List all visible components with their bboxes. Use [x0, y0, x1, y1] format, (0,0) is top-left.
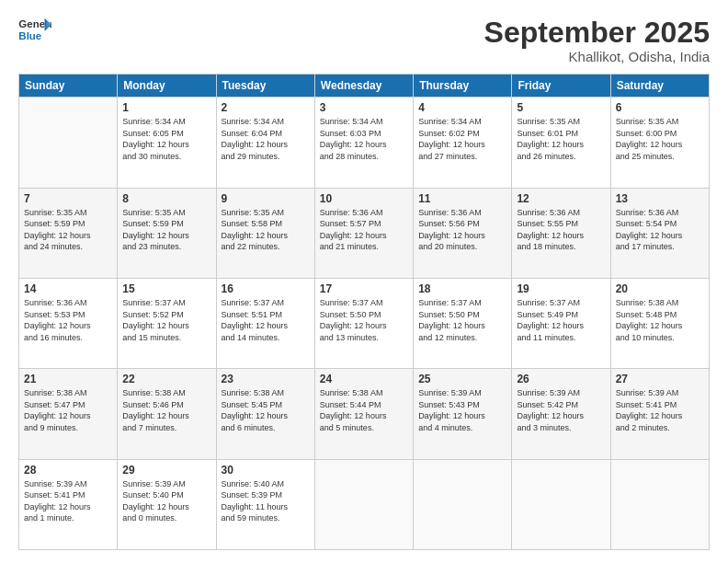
day-cell: 15Sunrise: 5:37 AM Sunset: 5:52 PM Dayli…: [118, 278, 216, 368]
day-cell: 6Sunrise: 5:35 AM Sunset: 6:00 PM Daylig…: [610, 98, 709, 188]
day-number: 5: [517, 101, 605, 114]
day-info: Sunrise: 5:37 AM Sunset: 5:50 PM Dayligh…: [320, 297, 408, 343]
day-cell: 3Sunrise: 5:34 AM Sunset: 6:03 PM Daylig…: [314, 98, 413, 188]
day-cell: [610, 459, 709, 549]
day-number: 21: [24, 373, 112, 385]
page: General Blue September 2025 Khallikot, O…: [0, 0, 728, 563]
day-number: 7: [24, 192, 112, 205]
day-info: Sunrise: 5:35 AM Sunset: 5:59 PM Dayligh…: [122, 207, 210, 253]
day-info: Sunrise: 5:34 AM Sunset: 6:05 PM Dayligh…: [122, 116, 210, 162]
header: General Blue September 2025 Khallikot, O…: [18, 17, 710, 64]
day-info: Sunrise: 5:37 AM Sunset: 5:50 PM Dayligh…: [418, 297, 506, 343]
day-number: 3: [320, 101, 408, 114]
day-cell: 19Sunrise: 5:37 AM Sunset: 5:49 PM Dayli…: [512, 278, 610, 368]
week-row-3: 14Sunrise: 5:36 AM Sunset: 5:53 PM Dayli…: [19, 278, 710, 368]
day-number: 11: [418, 192, 506, 205]
day-info: Sunrise: 5:40 AM Sunset: 5:39 PM Dayligh…: [222, 478, 310, 524]
day-info: Sunrise: 5:38 AM Sunset: 5:46 PM Dayligh…: [122, 387, 210, 433]
day-cell: 25Sunrise: 5:39 AM Sunset: 5:43 PM Dayli…: [414, 369, 512, 459]
week-row-5: 28Sunrise: 5:39 AM Sunset: 5:41 PM Dayli…: [19, 459, 710, 549]
day-cell: 10Sunrise: 5:36 AM Sunset: 5:57 PM Dayli…: [314, 188, 413, 278]
day-number: 24: [320, 373, 408, 385]
day-number: 9: [222, 192, 310, 205]
day-number: 6: [616, 101, 704, 114]
day-number: 13: [616, 192, 704, 205]
day-info: Sunrise: 5:39 AM Sunset: 5:41 PM Dayligh…: [616, 387, 704, 433]
day-info: Sunrise: 5:38 AM Sunset: 5:47 PM Dayligh…: [24, 387, 112, 433]
day-cell: [512, 459, 610, 549]
day-number: 4: [418, 101, 506, 114]
day-number: 27: [616, 373, 704, 385]
day-number: 19: [517, 282, 605, 295]
day-cell: 14Sunrise: 5:36 AM Sunset: 5:53 PM Dayli…: [19, 278, 118, 368]
day-number: 12: [517, 192, 605, 205]
day-cell: 17Sunrise: 5:37 AM Sunset: 5:50 PM Dayli…: [314, 278, 413, 368]
day-info: Sunrise: 5:39 AM Sunset: 5:42 PM Dayligh…: [517, 387, 605, 433]
day-number: 28: [24, 464, 112, 477]
day-cell: 9Sunrise: 5:35 AM Sunset: 5:58 PM Daylig…: [216, 188, 314, 278]
day-info: Sunrise: 5:39 AM Sunset: 5:41 PM Dayligh…: [24, 478, 112, 524]
week-row-1: 1Sunrise: 5:34 AM Sunset: 6:05 PM Daylig…: [19, 98, 710, 188]
day-info: Sunrise: 5:36 AM Sunset: 5:54 PM Dayligh…: [616, 207, 704, 253]
day-number: 20: [616, 282, 704, 295]
day-cell: 1Sunrise: 5:34 AM Sunset: 6:05 PM Daylig…: [118, 98, 216, 188]
col-header-sunday: Sunday: [19, 75, 118, 98]
day-number: 14: [24, 282, 112, 295]
logo-icon: General Blue: [18, 17, 51, 44]
day-cell: 23Sunrise: 5:38 AM Sunset: 5:45 PM Dayli…: [216, 369, 314, 459]
subtitle: Khallikot, Odisha, India: [484, 49, 710, 64]
day-info: Sunrise: 5:36 AM Sunset: 5:57 PM Dayligh…: [320, 207, 408, 253]
day-cell: 4Sunrise: 5:34 AM Sunset: 6:02 PM Daylig…: [414, 98, 512, 188]
day-cell: 30Sunrise: 5:40 AM Sunset: 5:39 PM Dayli…: [216, 459, 314, 549]
day-cell: 7Sunrise: 5:35 AM Sunset: 5:59 PM Daylig…: [19, 188, 118, 278]
day-number: 1: [122, 101, 210, 114]
col-header-friday: Friday: [512, 75, 610, 98]
col-header-saturday: Saturday: [610, 75, 709, 98]
day-cell: 21Sunrise: 5:38 AM Sunset: 5:47 PM Dayli…: [19, 369, 118, 459]
day-number: 30: [222, 464, 310, 477]
day-info: Sunrise: 5:34 AM Sunset: 6:03 PM Dayligh…: [320, 116, 408, 162]
day-info: Sunrise: 5:38 AM Sunset: 5:48 PM Dayligh…: [616, 297, 704, 343]
logo: General Blue: [18, 17, 51, 44]
day-cell: 22Sunrise: 5:38 AM Sunset: 5:46 PM Dayli…: [118, 369, 216, 459]
svg-text:Blue: Blue: [18, 30, 41, 41]
day-number: 17: [320, 282, 408, 295]
title-block: September 2025 Khallikot, Odisha, India: [484, 17, 710, 64]
day-number: 25: [418, 373, 506, 385]
day-number: 10: [320, 192, 408, 205]
day-cell: 11Sunrise: 5:36 AM Sunset: 5:56 PM Dayli…: [414, 188, 512, 278]
month-title: September 2025: [484, 17, 710, 49]
day-number: 16: [222, 282, 310, 295]
calendar-table: SundayMondayTuesdayWednesdayThursdayFrid…: [18, 74, 710, 550]
day-info: Sunrise: 5:35 AM Sunset: 6:01 PM Dayligh…: [517, 116, 605, 162]
day-cell: 2Sunrise: 5:34 AM Sunset: 6:04 PM Daylig…: [216, 98, 314, 188]
day-info: Sunrise: 5:34 AM Sunset: 6:04 PM Dayligh…: [222, 116, 310, 162]
day-info: Sunrise: 5:38 AM Sunset: 5:44 PM Dayligh…: [320, 387, 408, 433]
day-cell: 16Sunrise: 5:37 AM Sunset: 5:51 PM Dayli…: [216, 278, 314, 368]
col-header-monday: Monday: [118, 75, 216, 98]
day-cell: 28Sunrise: 5:39 AM Sunset: 5:41 PM Dayli…: [19, 459, 118, 549]
day-cell: 20Sunrise: 5:38 AM Sunset: 5:48 PM Dayli…: [610, 278, 709, 368]
col-header-wednesday: Wednesday: [314, 75, 413, 98]
day-number: 23: [222, 373, 310, 385]
day-info: Sunrise: 5:39 AM Sunset: 5:40 PM Dayligh…: [122, 478, 210, 524]
day-number: 15: [122, 282, 210, 295]
day-number: 29: [122, 464, 210, 477]
col-header-tuesday: Tuesday: [216, 75, 314, 98]
week-row-4: 21Sunrise: 5:38 AM Sunset: 5:47 PM Dayli…: [19, 369, 710, 459]
day-cell: 8Sunrise: 5:35 AM Sunset: 5:59 PM Daylig…: [118, 188, 216, 278]
day-cell: 24Sunrise: 5:38 AM Sunset: 5:44 PM Dayli…: [314, 369, 413, 459]
day-number: 18: [418, 282, 506, 295]
day-number: 26: [517, 373, 605, 385]
day-cell: 13Sunrise: 5:36 AM Sunset: 5:54 PM Dayli…: [610, 188, 709, 278]
day-cell: 5Sunrise: 5:35 AM Sunset: 6:01 PM Daylig…: [512, 98, 610, 188]
day-info: Sunrise: 5:35 AM Sunset: 5:58 PM Dayligh…: [222, 207, 310, 253]
day-info: Sunrise: 5:36 AM Sunset: 5:53 PM Dayligh…: [24, 297, 112, 343]
day-cell: 29Sunrise: 5:39 AM Sunset: 5:40 PM Dayli…: [118, 459, 216, 549]
day-number: 8: [122, 192, 210, 205]
day-cell: [414, 459, 512, 549]
day-info: Sunrise: 5:37 AM Sunset: 5:51 PM Dayligh…: [222, 297, 310, 343]
day-number: 2: [222, 101, 310, 114]
day-cell: 27Sunrise: 5:39 AM Sunset: 5:41 PM Dayli…: [610, 369, 709, 459]
day-info: Sunrise: 5:39 AM Sunset: 5:43 PM Dayligh…: [418, 387, 506, 433]
